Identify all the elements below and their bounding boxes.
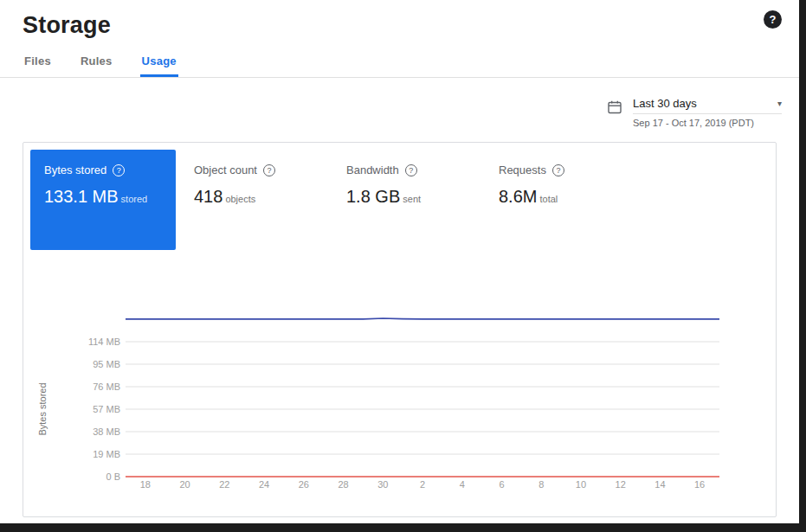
svg-text:57 MB: 57 MB — [93, 404, 120, 414]
help-icon: ? — [405, 164, 417, 176]
metric-value-row: 1.8 GBsent — [346, 187, 480, 207]
metric-label: Requests — [499, 163, 546, 176]
svg-text:24: 24 — [259, 479, 269, 490]
tab-rules[interactable]: Rules — [79, 49, 114, 77]
metric-object-count[interactable]: Object count ? 418objects — [176, 150, 328, 250]
svg-text:114 MB: 114 MB — [88, 337, 120, 347]
metric-value-row: 8.6Mtotal — [499, 187, 633, 207]
tab-files[interactable]: Files — [23, 49, 53, 77]
chevron-down-icon: ▾ — [777, 99, 782, 108]
svg-text:22: 22 — [219, 479, 229, 490]
usage-chart: 114 MB95 MB76 MB57 MB38 MB19 MB0 B182022… — [29, 262, 773, 497]
tab-usage[interactable]: Usage — [140, 49, 178, 77]
metric-value-row: 133.1 MBstored — [44, 187, 162, 207]
date-range-selector[interactable]: Last 30 days ▾ Sep 17 - Oct 17, 2019 (PD… — [607, 97, 782, 128]
svg-text:26: 26 — [299, 479, 309, 490]
page-header: Storage ? — [0, 0, 799, 39]
metric-unit: sent — [403, 194, 421, 204]
svg-text:2: 2 — [420, 479, 425, 490]
metric-selector-row: Bytes stored ? 133.1 MBstored Object cou… — [23, 143, 776, 250]
help-icon: ? — [552, 164, 564, 176]
metric-label: Object count — [194, 163, 257, 176]
metric-value: 1.8 GB — [346, 187, 400, 206]
svg-text:18: 18 — [140, 479, 151, 490]
svg-text:8: 8 — [538, 479, 544, 490]
svg-text:4: 4 — [460, 479, 465, 490]
metric-label-row: Requests ? — [499, 163, 633, 176]
svg-text:20: 20 — [179, 479, 190, 490]
svg-text:16: 16 — [694, 479, 705, 490]
svg-text:28: 28 — [338, 479, 348, 490]
storage-usage-page: Storage ? Files Rules Usage Last 30 days… — [0, 0, 806, 532]
metric-value: 8.6M — [499, 187, 537, 206]
help-icon: ? — [263, 164, 275, 176]
metric-unit: stored — [121, 194, 148, 204]
svg-text:0 B: 0 B — [106, 471, 120, 482]
date-range-label: Last 30 days — [633, 97, 697, 110]
metric-bytes-stored[interactable]: Bytes stored ? 133.1 MBstored — [30, 150, 176, 250]
help-button[interactable]: ? — [764, 10, 782, 29]
svg-text:10: 10 — [576, 479, 586, 490]
date-range-row: Last 30 days ▾ Sep 17 - Oct 17, 2019 (PD… — [0, 78, 799, 142]
calendar-icon — [607, 99, 622, 115]
tab-bar: Files Rules Usage — [0, 49, 799, 78]
page-title: Storage — [23, 12, 777, 39]
metric-label: Bytes stored — [44, 163, 106, 176]
metric-value-row: 418objects — [194, 187, 328, 207]
metric-value: 418 — [194, 187, 222, 206]
svg-text:Bytes stored: Bytes stored — [37, 382, 48, 435]
metric-value: 133.1 MB — [44, 187, 119, 206]
metric-unit: objects — [225, 194, 255, 204]
svg-text:38 MB: 38 MB — [93, 426, 120, 437]
svg-text:19 MB: 19 MB — [93, 449, 120, 459]
svg-text:30: 30 — [377, 479, 388, 490]
metric-label-row: Bytes stored ? — [44, 163, 162, 176]
metric-unit: total — [539, 194, 558, 204]
metric-bandwidth[interactable]: Bandwidth ? 1.8 GBsent — [328, 150, 480, 250]
svg-text:95 MB: 95 MB — [93, 359, 120, 369]
svg-text:14: 14 — [654, 479, 665, 490]
chart-area: 114 MB95 MB76 MB57 MB38 MB19 MB0 B182022… — [29, 262, 776, 501]
metric-label: Bandwidth — [346, 163, 399, 176]
date-range-text: Last 30 days ▾ Sep 17 - Oct 17, 2019 (PD… — [633, 97, 782, 128]
usage-card: Bytes stored ? 133.1 MBstored Object cou… — [23, 142, 777, 517]
metric-label-row: Bandwidth ? — [346, 163, 480, 176]
svg-text:6: 6 — [499, 479, 504, 490]
help-icon: ? — [113, 164, 125, 176]
help-icon: ? — [770, 13, 777, 26]
metric-requests[interactable]: Requests ? 8.6Mtotal — [480, 150, 633, 250]
metric-label-row: Object count ? — [194, 163, 328, 176]
svg-text:76 MB: 76 MB — [93, 381, 120, 392]
date-range-top: Last 30 days ▾ — [633, 97, 782, 114]
date-range-detail: Sep 17 - Oct 17, 2019 (PDT) — [633, 118, 782, 128]
svg-text:12: 12 — [616, 479, 626, 490]
